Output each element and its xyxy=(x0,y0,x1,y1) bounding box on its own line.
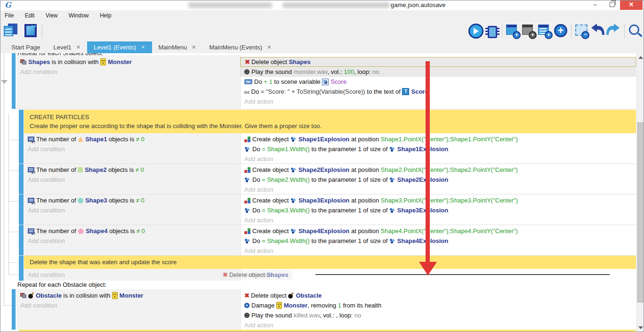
redo-icon[interactable] xyxy=(606,23,622,40)
action-create-shape4explosion[interactable]: Create object Shape4Explosion at positio… xyxy=(241,226,636,236)
condition-obstacle-collision[interactable]: Obstacle is in collision with Monster xyxy=(16,291,240,300)
menu-edit[interactable]: Edit xyxy=(20,10,40,19)
add-action-link[interactable]: Add action xyxy=(241,154,636,164)
repeat-obstacle-header[interactable]: Repeat for each Obstacle object: xyxy=(17,281,106,288)
text-segment: is in collision with xyxy=(50,58,100,65)
add-condition-link[interactable]: Add condition xyxy=(16,300,240,310)
action-create-shape2explosion[interactable]: Create object Shape2Explosion at positio… xyxy=(241,165,636,175)
add-condition-link[interactable]: Add condition xyxy=(24,236,240,246)
close-tab-icon[interactable] xyxy=(76,44,80,50)
numof-icon xyxy=(28,198,34,203)
add-condition-link[interactable]: Add condition xyxy=(24,205,240,215)
action-create-shape1explosion[interactable]: Create object Shape1Explosion at positio… xyxy=(241,134,636,144)
add-sub-event-icon[interactable]: + xyxy=(521,23,537,40)
action-damage-monster[interactable]: Damage Monster, removing 1 from its heal… xyxy=(241,300,636,310)
damage-icon xyxy=(244,303,250,308)
tab-mainmenu[interactable]: MainMenu xyxy=(152,41,203,53)
condition-count-shape4[interactable]: The number of Shape4 objects is ≠ 0 xyxy=(24,226,240,236)
close-tab-icon[interactable] xyxy=(192,44,196,50)
action-size-shape3explosion[interactable]: Do = Shape3.Width() to the parameter 1 o… xyxy=(241,205,636,215)
tab-mainmenu-events[interactable]: MainMenu (Events) xyxy=(202,41,278,53)
add-action-link[interactable]: Add action xyxy=(241,185,636,194)
condition-count-shape2[interactable]: The number of Shape2 objects is ≠ 0 xyxy=(24,165,240,175)
text-segment: The number of xyxy=(36,227,78,235)
add-condition-link[interactable]: Add condition xyxy=(24,175,240,185)
menu-file[interactable]: File xyxy=(0,10,18,19)
text-segment: Add action xyxy=(244,155,273,162)
scrollbar-thumb[interactable] xyxy=(637,122,644,302)
text-segment: , removing xyxy=(307,302,338,309)
add-action-link[interactable]: Add action xyxy=(241,320,636,330)
restore-button[interactable] xyxy=(604,0,620,10)
add-condition-link[interactable]: Add condition xyxy=(16,67,240,77)
collapse-arrow-icon[interactable] xyxy=(1,80,8,84)
add-condition-link[interactable]: Add condition xyxy=(24,144,240,154)
add-action-link[interactable]: Add action xyxy=(241,97,636,106)
add-other-event-icon[interactable] xyxy=(553,23,569,40)
dragged-action-delete-shapes[interactable]: Delete object Shapes xyxy=(219,270,289,280)
action-delete-shapes[interactable]: Delete object Shapes xyxy=(241,57,636,67)
add-action-link[interactable]: Add action xyxy=(241,215,636,225)
text-segment: Monster xyxy=(120,292,144,299)
tab-bar: Start Page Level1 Level1 (Events) MainMe… xyxy=(0,41,644,53)
tab-level1[interactable]: Level1 xyxy=(47,41,87,53)
menu-view[interactable]: View xyxy=(41,10,63,19)
tab-start-page[interactable]: Start Page xyxy=(5,41,47,53)
action-play-sound-monster[interactable]: Play the sound monster.wav, vol.: 100, l… xyxy=(241,67,636,77)
close-tab-icon[interactable] xyxy=(141,44,145,50)
action-delete-obstacle[interactable]: Delete object Obstacle xyxy=(241,291,636,300)
collision-icon xyxy=(20,59,26,65)
conditions-cell: The number of Shape4 objects is ≠ 0Add c… xyxy=(24,225,240,255)
toolbar-separator xyxy=(502,24,502,38)
condition-shapes-collision[interactable]: Shapes is in collision with Monster xyxy=(16,57,240,67)
scroll-up-icon[interactable] xyxy=(638,56,643,59)
close-button[interactable]: ✕ xyxy=(620,0,643,10)
particle-icon xyxy=(244,208,250,213)
scene-editor-icon[interactable] xyxy=(24,23,40,40)
close-tab-icon[interactable] xyxy=(267,44,271,50)
minimize-button[interactable]: – xyxy=(588,0,603,10)
event-shape2: The number of Shape2 objects is ≠ 0Add c… xyxy=(19,164,636,194)
menu-window[interactable]: Window xyxy=(64,10,94,19)
comment-delete-shape[interactable]: Delete the shape that was eaten and upda… xyxy=(19,256,636,269)
restore-icon xyxy=(610,2,615,7)
search-icon[interactable] xyxy=(627,23,643,40)
add-event-icon[interactable]: + xyxy=(505,23,521,40)
action-add-to-score-variable[interactable]: Do + 1 to scene variable Score xyxy=(241,77,636,87)
add-action-link[interactable]: Add action xyxy=(241,246,636,256)
toolbar-separator xyxy=(571,24,572,38)
text-segment: objects is xyxy=(107,197,136,204)
preview-play-icon[interactable] xyxy=(467,23,483,40)
menu-help[interactable]: Help xyxy=(95,10,116,19)
comment-create-particles[interactable]: CREATE PARTICLES Create the proper one a… xyxy=(19,110,636,133)
add-condition-link[interactable]: Add condition xyxy=(24,270,240,280)
delete-selection-icon[interactable]: − xyxy=(574,23,590,40)
text-segment: 1 xyxy=(338,302,341,309)
debug-icon[interactable] xyxy=(483,23,499,40)
tab-level1-events[interactable]: Level1 (Events) xyxy=(87,41,152,53)
undo-icon[interactable] xyxy=(590,23,606,40)
action-create-shape3explosion[interactable]: Create object Shape3Explosion at positio… xyxy=(241,195,636,205)
text-segment: objects is xyxy=(107,136,136,143)
conditions-cell: The number of Shape2 objects is ≠ 0Add c… xyxy=(24,164,240,194)
action-size-shape2explosion[interactable]: Do = Shape2.Width() to the parameter 1 o… xyxy=(241,175,636,185)
action-update-score-text[interactable]: Do = "Score: " + ToString(Variable(Score… xyxy=(241,87,636,97)
text-segment: Shape2Explosion xyxy=(397,176,448,183)
event-indent-bar xyxy=(19,225,24,255)
vertical-scrollbar[interactable] xyxy=(636,53,644,332)
project-manager-icon[interactable] xyxy=(3,23,19,40)
text-segment: to the parameter 1 of size of xyxy=(310,146,389,153)
conditions-cell: Add condition xyxy=(24,269,240,281)
text-segment: Shape3Explosion xyxy=(397,207,448,214)
action-size-shape4explosion[interactable]: Do = Shape4.Width() to the parameter 1 o… xyxy=(241,236,636,246)
text-segment: at position xyxy=(349,197,381,204)
action-size-shape1explosion[interactable]: Do = Shape1.Width() to the parameter 1 o… xyxy=(241,144,636,154)
particle-icon xyxy=(290,198,297,203)
add-comment-icon[interactable]: + xyxy=(537,23,553,40)
action-play-sound-killed[interactable]: Play the sound killed.wav, vol.: , loop:… xyxy=(241,310,636,320)
text-segment: from its health xyxy=(341,302,381,309)
scroll-down-icon[interactable] xyxy=(638,326,643,329)
condition-count-shape1[interactable]: The number of Shape1 objects is ≠ 0 xyxy=(24,134,240,144)
bomb-icon xyxy=(28,292,34,299)
condition-count-shape3[interactable]: The number of Shape3 objects is ≠ 0 xyxy=(24,195,240,205)
